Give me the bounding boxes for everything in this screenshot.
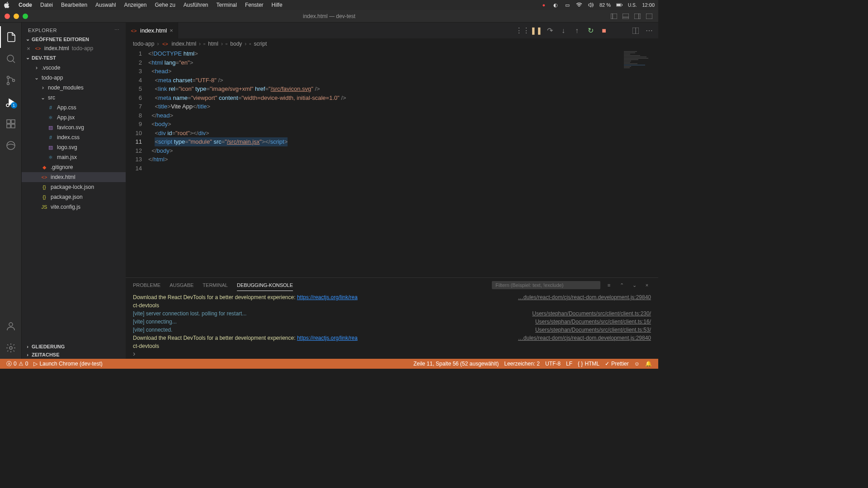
minimap[interactable] — [622, 49, 658, 94]
clock[interactable]: 12:00 — [642, 2, 655, 8]
macos-menubar: Code Datei Bearbeiten Auswahl Anzeigen G… — [0, 0, 658, 10]
code-icon: { } — [578, 361, 583, 367]
extensions-icon[interactable] — [0, 113, 22, 135]
status-bell-icon[interactable]: 🔔 — [642, 361, 655, 367]
debug-stop-icon[interactable]: ■ — [599, 26, 609, 35]
layout-panel-icon[interactable] — [621, 13, 630, 20]
folder-src[interactable]: ⌄src — [22, 93, 126, 103]
close-editor-icon[interactable]: × — [25, 45, 32, 52]
menu-run[interactable]: Ausführen — [179, 2, 212, 8]
explorer-more-icon[interactable]: ⋯ — [114, 27, 120, 33]
debug-toolbar-grip-icon[interactable]: ⋮⋮ — [518, 26, 527, 35]
debug-console[interactable]: Download the React DevTools for a better… — [126, 292, 658, 349]
menu-selection[interactable]: Auswahl — [91, 2, 120, 8]
console-filter-input[interactable] — [492, 281, 600, 289]
status-launch-config[interactable]: ▷Launch Chrome (dev-test) — [31, 361, 105, 367]
debug-icon: ▷ — [33, 361, 38, 367]
menu-edit[interactable]: Bearbeiten — [57, 2, 91, 8]
wifi-icon[interactable] — [576, 2, 582, 8]
edge-icon[interactable] — [0, 135, 22, 156]
folder-todoapp[interactable]: ⌄todo-app — [22, 73, 126, 83]
status-eol[interactable]: LF — [563, 361, 575, 367]
explorer-icon[interactable] — [0, 26, 22, 48]
file-pkg[interactable]: {}package.json — [22, 192, 126, 202]
minimize-window-button[interactable] — [14, 14, 19, 19]
svg-rect-18 — [7, 124, 10, 128]
timeline-section[interactable]: ›ZEITACHSE — [22, 351, 126, 359]
explorer-title: EXPLORER — [28, 28, 57, 33]
panel-tab-problems[interactable]: PROBLEME — [133, 280, 160, 291]
file-appcss[interactable]: #App.css — [22, 103, 126, 113]
split-editor-icon[interactable] — [631, 26, 640, 35]
file-mainjsx[interactable]: ⚛main.jsx — [22, 152, 126, 162]
status-feedback-icon[interactable]: ☺ — [632, 361, 642, 367]
source-control-icon[interactable] — [0, 70, 22, 91]
folder-vscode[interactable]: ›.vscode — [22, 63, 126, 73]
battery-percent[interactable]: 82 % — [599, 2, 611, 8]
layout-sidebar-right-icon[interactable] — [633, 13, 642, 20]
debug-stepout-icon[interactable]: ↑ — [572, 26, 581, 35]
maximize-window-button[interactable] — [23, 14, 28, 19]
panel-tab-debug-console[interactable]: DEBUGGING-KONSOLE — [237, 280, 293, 291]
file-appjsx[interactable]: ⚛App.jsx — [22, 113, 126, 122]
menu-view[interactable]: Anzeigen — [120, 2, 151, 8]
sync-icon[interactable]: ◐ — [552, 2, 559, 8]
layout-fullscreen-icon[interactable] — [645, 13, 654, 20]
open-editors-section[interactable]: ⌄ GEÖFFNETE EDITOREN — [22, 35, 126, 43]
debug-stepinto-icon[interactable]: ↓ — [559, 26, 568, 35]
console-prompt-icon[interactable]: › — [126, 349, 658, 359]
app-name[interactable]: Code — [14, 2, 36, 8]
chevron-right-icon: › — [25, 344, 30, 349]
status-prettier[interactable]: ✓Prettier — [602, 361, 632, 367]
code-editor[interactable]: 1 2 3 4 5 6 7 8 9 10 11 12 13 14 <!DOCTY… — [126, 49, 658, 277]
outline-section[interactable]: ›GLIEDERUNG — [22, 343, 126, 351]
filter-icon[interactable]: ≡ — [605, 281, 613, 289]
debug-restart-icon[interactable]: ↻ — [586, 26, 595, 35]
menu-go[interactable]: Gehe zu — [151, 2, 179, 8]
status-encoding[interactable]: UTF-8 — [542, 361, 563, 367]
close-window-button[interactable] — [5, 14, 10, 19]
breadcrumb[interactable]: todo-app› <>index.html› ▫html› ▫body› ▫s… — [126, 38, 658, 49]
run-debug-icon[interactable]: 1 — [0, 91, 22, 113]
close-tab-icon[interactable]: × — [170, 27, 173, 34]
input-source[interactable]: U.S. — [628, 3, 637, 8]
file-gitignore[interactable]: ◆.gitignore — [22, 162, 126, 172]
svg-point-22 — [9, 347, 12, 349]
folder-node-modules[interactable]: ›node_modules — [22, 83, 126, 93]
volume-icon[interactable] — [588, 2, 594, 8]
maximize-panel-icon[interactable]: ⌄ — [630, 281, 638, 289]
layout-sidebar-left-icon[interactable] — [609, 13, 618, 20]
file-favicon[interactable]: ▨favicon.svg — [22, 122, 126, 132]
debug-stepover-icon[interactable]: ↷ — [545, 26, 554, 35]
more-actions-icon[interactable]: ⋯ — [645, 26, 654, 35]
file-pkglock[interactable]: {}package-lock.json — [22, 182, 126, 192]
menu-window[interactable]: Fenster — [241, 2, 268, 8]
account-icon[interactable] — [0, 315, 22, 337]
file-indexhtml[interactable]: <>index.html — [22, 172, 126, 182]
tab-indexhtml[interactable]: <> index.html × — [126, 23, 178, 38]
close-panel-icon[interactable]: × — [643, 281, 651, 289]
status-cursor-position[interactable]: Zeile 11, Spalte 56 (52 ausgewählt) — [410, 361, 501, 367]
status-indentation[interactable]: Leerzeichen: 2 — [501, 361, 542, 367]
status-errors[interactable]: ⓧ0 ⚠0 — [4, 360, 31, 368]
status-language[interactable]: { }HTML — [575, 361, 602, 367]
file-logosvg[interactable]: ▨logo.svg — [22, 142, 126, 152]
menu-help[interactable]: Hilfe — [268, 2, 287, 8]
open-editor-item[interactable]: × <> index.html todo-app — [22, 43, 126, 53]
code-content[interactable]: <!DOCTYPE html> <html lang="en"> <head> … — [148, 49, 658, 277]
chevron-right-icon: › — [34, 65, 39, 71]
collapse-panel-icon[interactable]: ⌃ — [618, 281, 626, 289]
panel-tab-terminal[interactable]: TERMINAL — [203, 280, 228, 291]
file-indexcss[interactable]: #index.css — [22, 132, 126, 142]
record-icon[interactable]: ● — [541, 2, 547, 8]
settings-gear-icon[interactable] — [0, 337, 22, 359]
svg-rect-1 — [617, 4, 621, 6]
search-icon[interactable] — [0, 48, 22, 70]
menu-file[interactable]: Datei — [36, 2, 57, 8]
workspace-section[interactable]: ⌄ DEV-TEST — [22, 53, 126, 62]
file-viteconfig[interactable]: JSvite.config.js — [22, 202, 126, 212]
panel-tab-output[interactable]: AUSGABE — [170, 280, 193, 291]
debug-pause-icon[interactable]: ❚❚ — [532, 26, 541, 35]
display-icon[interactable]: ▭ — [564, 2, 571, 8]
menu-terminal[interactable]: Terminal — [212, 2, 241, 8]
